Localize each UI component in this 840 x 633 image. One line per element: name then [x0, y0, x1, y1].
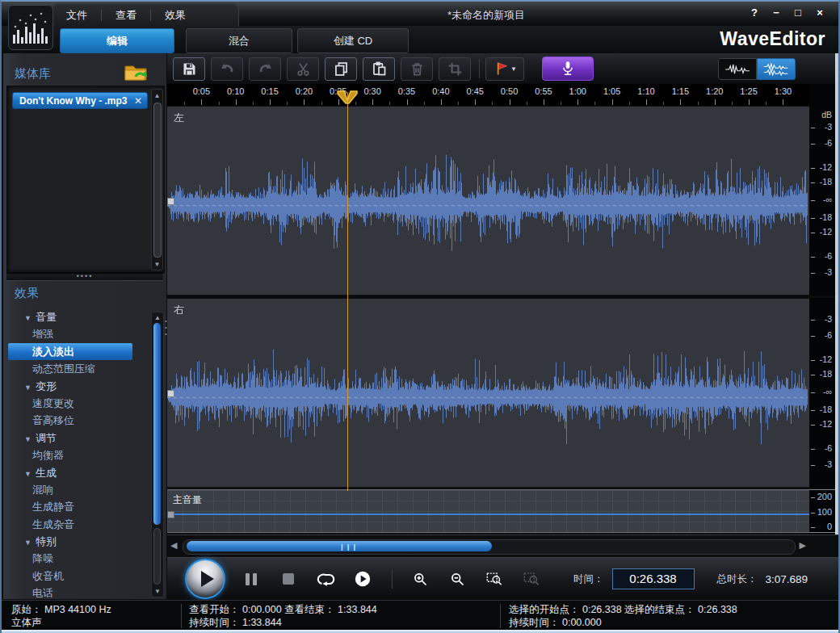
tab-create-cd[interactable]: 创建 CD	[297, 28, 409, 53]
effect-group[interactable]: ▼生成	[8, 464, 132, 481]
scroll-up-icon[interactable]: ▲	[152, 92, 162, 99]
collapse-icon[interactable]: ▼	[24, 539, 32, 547]
effect-item[interactable]: 淡入淡出	[8, 343, 132, 360]
trim-button[interactable]	[439, 57, 471, 81]
collapse-icon[interactable]: ▼	[24, 314, 32, 322]
effect-item[interactable]: 电话	[8, 585, 132, 597]
envelope-anchor[interactable]	[167, 390, 174, 397]
timeline-tick-label: 1:20	[706, 86, 723, 96]
envelope-anchor[interactable]	[167, 511, 174, 518]
panel-splitter[interactable]: ••••	[6, 273, 163, 281]
scroll-left-icon[interactable]: ◀	[170, 540, 177, 551]
tab-edit[interactable]: 编辑	[60, 28, 174, 53]
play-selection-button[interactable]	[351, 568, 374, 590]
redo-button[interactable]	[249, 57, 281, 81]
envelope-anchor[interactable]	[167, 198, 174, 205]
zoom-full-button[interactable]	[520, 568, 543, 590]
effect-item[interactable]: 均衡器	[8, 446, 132, 463]
db-tick-label: -18	[820, 369, 832, 379]
right-edge-scrollbar[interactable]	[835, 53, 840, 599]
scroll-track[interactable]: ❙❙❙	[183, 539, 796, 555]
scroll-down-icon[interactable]: ▼	[152, 588, 163, 595]
db-tick-label: -3	[825, 122, 832, 132]
timeline-ruler[interactable]: 0:050:100:150:200:250:300:350:400:450:50…	[167, 84, 840, 106]
effect-item[interactable]: 动态范围压缩	[8, 360, 132, 377]
media-item-label: Don't Know Why - .mp3	[19, 95, 128, 107]
menu-item-view[interactable]: 查看	[102, 8, 150, 23]
total-duration-label: 总时长：	[717, 572, 758, 586]
effect-group[interactable]: ▼音量	[8, 308, 132, 325]
paste-button[interactable]	[363, 57, 395, 81]
copy-icon	[333, 61, 350, 78]
menu-item-file[interactable]: 文件	[52, 8, 101, 23]
time-field[interactable]: 0:26.338	[612, 568, 695, 589]
maximize-button[interactable]: □	[791, 6, 805, 19]
media-scrollbar[interactable]: ▲ ▼	[151, 89, 163, 270]
zoom-out-button[interactable]	[446, 568, 468, 590]
timeline-tick-label: 1:15	[672, 86, 689, 96]
scroll-up-icon[interactable]: ▲	[152, 314, 163, 321]
media-scroll-thumb[interactable]	[153, 103, 162, 258]
menu-item-effects[interactable]: 效果	[151, 8, 200, 23]
cursor-marker-icon[interactable]	[337, 90, 358, 104]
remove-media-icon[interactable]: ✕	[134, 93, 142, 110]
collapse-icon[interactable]: ▼	[24, 470, 32, 478]
left-channel-waveform[interactable]	[167, 107, 808, 296]
scroll-down-icon[interactable]: ▼	[152, 261, 162, 268]
cut-icon	[295, 61, 312, 78]
zoom-to-selection-button[interactable]	[483, 568, 506, 590]
single-waveform-view-button[interactable]	[718, 58, 757, 80]
collapse-icon[interactable]: ▼	[24, 384, 32, 392]
db-scale-right: -3-6-12-18-∞-18-12-6-3	[809, 298, 835, 488]
effect-group[interactable]: ▼变形	[8, 378, 132, 395]
app-logo-icon	[8, 5, 53, 50]
effect-item[interactable]: 速度更改	[8, 395, 132, 412]
help-button[interactable]: ?	[747, 6, 762, 19]
cut-button[interactable]	[287, 57, 319, 81]
right-channel-waveform[interactable]	[167, 300, 808, 488]
record-button[interactable]	[542, 57, 594, 81]
loop-button[interactable]	[314, 568, 337, 590]
effect-item[interactable]: 生成静音	[8, 498, 132, 515]
zoom-in-button[interactable]	[409, 568, 431, 590]
tab-mix[interactable]: 混合	[186, 28, 292, 53]
effect-group[interactable]: ▼调节	[8, 430, 132, 446]
copy-button[interactable]	[325, 57, 357, 81]
horizontal-scrollbar[interactable]: ◀ ❙❙❙ ▶	[167, 534, 840, 558]
import-media-button[interactable]	[123, 61, 150, 87]
save-icon	[181, 61, 198, 78]
undo-button[interactable]	[211, 57, 243, 81]
effect-group[interactable]: ▼特别	[8, 533, 132, 550]
db-tick-label: -6	[825, 138, 832, 148]
play-button[interactable]	[185, 559, 225, 599]
media-item[interactable]: Don't Know Why - .mp3 ✕	[12, 92, 148, 109]
pause-button[interactable]	[240, 568, 262, 590]
collapse-icon[interactable]: ▼	[24, 435, 32, 443]
effect-item[interactable]: 生成杂音	[8, 516, 132, 533]
delete-button[interactable]	[401, 57, 433, 81]
minimize-button[interactable]: −	[769, 6, 783, 19]
effect-item[interactable]: 增强	[8, 325, 132, 342]
effects-scroll-thumb[interactable]	[153, 323, 161, 525]
master-volume-envelope[interactable]	[167, 514, 809, 515]
timeline-tick-label: 0:55	[535, 86, 552, 96]
stop-button[interactable]	[277, 568, 300, 590]
zoom-selection-icon	[485, 570, 503, 588]
scroll-thumb[interactable]: ❙❙❙	[187, 541, 492, 551]
dual-waveform-view-button[interactable]	[757, 58, 796, 80]
effects-scrollbar[interactable]: ▲ ▼	[151, 312, 164, 597]
master-volume-scale: 2001000	[809, 489, 835, 533]
marker-flag-button[interactable]: ▼	[485, 57, 524, 81]
close-button[interactable]: ×	[813, 6, 827, 19]
save-button[interactable]	[173, 57, 205, 81]
effect-item[interactable]: 收音机	[8, 568, 132, 585]
effect-item[interactable]: 音高移位	[8, 412, 132, 429]
scroll-right-icon[interactable]: ▶	[800, 540, 806, 551]
window-bottom-edge	[2, 630, 838, 633]
delete-icon	[409, 61, 426, 78]
right-channel-panel: 右	[167, 298, 809, 488]
effect-item[interactable]: 降噪	[8, 550, 132, 567]
effect-item[interactable]: 混响	[8, 481, 132, 498]
total-duration-value: 3:07.689	[766, 573, 808, 585]
playhead-line[interactable]	[347, 92, 348, 491]
